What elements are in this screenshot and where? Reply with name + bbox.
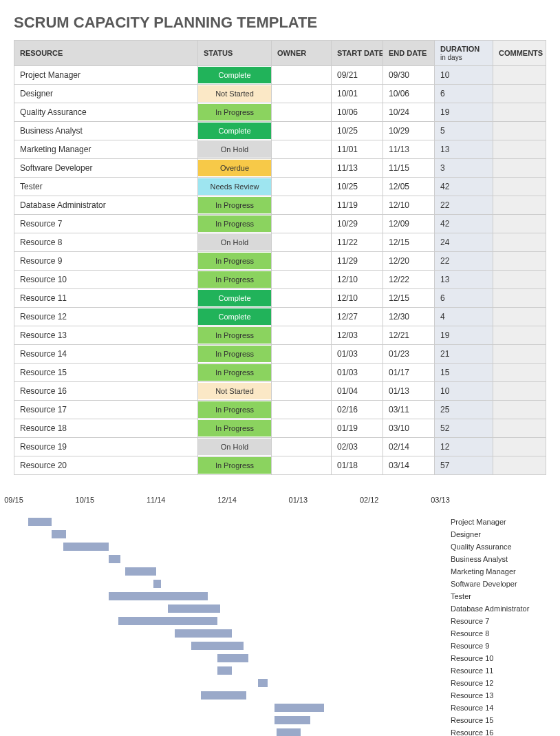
cell-resource[interactable]: Software Developer bbox=[14, 159, 198, 178]
cell-end-date[interactable]: 10/29 bbox=[383, 122, 435, 140]
cell-owner[interactable] bbox=[272, 271, 332, 289]
cell-comments[interactable] bbox=[493, 456, 546, 475]
cell-end-date[interactable]: 10/06 bbox=[383, 85, 435, 103]
cell-status[interactable]: In Progress bbox=[198, 271, 272, 289]
cell-comments[interactable] bbox=[493, 326, 546, 345]
cell-duration[interactable]: 4 bbox=[435, 308, 493, 326]
cell-end-date[interactable]: 03/11 bbox=[383, 401, 435, 419]
cell-status[interactable]: Needs Review bbox=[198, 178, 272, 196]
cell-comments[interactable] bbox=[493, 178, 546, 196]
cell-duration[interactable]: 3 bbox=[435, 159, 493, 178]
cell-comments[interactable] bbox=[493, 289, 546, 308]
cell-owner[interactable] bbox=[272, 122, 332, 140]
cell-start-date[interactable]: 10/06 bbox=[332, 103, 383, 122]
cell-resource[interactable]: Resource 12 bbox=[14, 308, 198, 326]
cell-end-date[interactable]: 12/05 bbox=[383, 178, 435, 196]
cell-start-date[interactable]: 02/16 bbox=[332, 401, 383, 419]
cell-start-date[interactable]: 11/22 bbox=[332, 233, 383, 252]
cell-start-date[interactable]: 11/01 bbox=[332, 140, 383, 159]
cell-owner[interactable] bbox=[272, 103, 332, 122]
cell-resource[interactable]: Business Analyst bbox=[14, 122, 198, 140]
cell-status[interactable]: On Hold bbox=[198, 140, 272, 159]
cell-comments[interactable] bbox=[493, 345, 546, 364]
cell-duration[interactable]: 5 bbox=[435, 122, 493, 140]
cell-comments[interactable] bbox=[493, 364, 546, 382]
cell-start-date[interactable]: 11/13 bbox=[332, 159, 383, 178]
cell-start-date[interactable]: 12/10 bbox=[332, 271, 383, 289]
cell-end-date[interactable]: 12/22 bbox=[383, 271, 435, 289]
cell-comments[interactable] bbox=[493, 438, 546, 456]
cell-owner[interactable] bbox=[272, 85, 332, 103]
cell-owner[interactable] bbox=[272, 140, 332, 159]
cell-owner[interactable] bbox=[272, 252, 332, 271]
cell-start-date[interactable]: 01/18 bbox=[332, 456, 383, 475]
cell-owner[interactable] bbox=[272, 196, 332, 215]
cell-comments[interactable] bbox=[493, 382, 546, 401]
cell-resource[interactable]: Resource 16 bbox=[14, 382, 198, 401]
cell-owner[interactable] bbox=[272, 382, 332, 401]
cell-status[interactable]: In Progress bbox=[198, 252, 272, 271]
cell-start-date[interactable]: 11/29 bbox=[332, 252, 383, 271]
cell-duration[interactable]: 19 bbox=[435, 103, 493, 122]
cell-comments[interactable] bbox=[493, 140, 546, 159]
cell-start-date[interactable]: 09/21 bbox=[332, 66, 383, 85]
cell-status[interactable]: Complete bbox=[198, 308, 272, 326]
cell-duration[interactable]: 24 bbox=[435, 233, 493, 252]
cell-end-date[interactable]: 10/24 bbox=[383, 103, 435, 122]
cell-comments[interactable] bbox=[493, 252, 546, 271]
cell-owner[interactable] bbox=[272, 419, 332, 438]
cell-owner[interactable] bbox=[272, 289, 332, 308]
cell-resource[interactable]: Resource 7 bbox=[14, 215, 198, 233]
cell-status[interactable]: Overdue bbox=[198, 159, 272, 178]
cell-resource[interactable]: Project Manager bbox=[14, 66, 198, 85]
cell-status[interactable]: On Hold bbox=[198, 233, 272, 252]
cell-owner[interactable] bbox=[272, 345, 332, 364]
cell-status[interactable]: In Progress bbox=[198, 456, 272, 475]
cell-end-date[interactable]: 12/15 bbox=[383, 233, 435, 252]
cell-status[interactable]: Complete bbox=[198, 289, 272, 308]
cell-status[interactable]: Not Started bbox=[198, 85, 272, 103]
cell-resource[interactable]: Resource 15 bbox=[14, 364, 198, 382]
cell-start-date[interactable]: 01/19 bbox=[332, 419, 383, 438]
cell-end-date[interactable]: 12/30 bbox=[383, 308, 435, 326]
cell-duration[interactable]: 6 bbox=[435, 289, 493, 308]
cell-resource[interactable]: Resource 10 bbox=[14, 271, 198, 289]
cell-end-date[interactable]: 02/14 bbox=[383, 438, 435, 456]
cell-status[interactable]: In Progress bbox=[198, 196, 272, 215]
cell-start-date[interactable]: 02/03 bbox=[332, 438, 383, 456]
cell-resource[interactable]: Resource 9 bbox=[14, 252, 198, 271]
cell-resource[interactable]: Database Administrator bbox=[14, 196, 198, 215]
cell-owner[interactable] bbox=[272, 233, 332, 252]
cell-start-date[interactable]: 10/25 bbox=[332, 122, 383, 140]
cell-duration[interactable]: 57 bbox=[435, 456, 493, 475]
cell-duration[interactable]: 42 bbox=[435, 178, 493, 196]
cell-comments[interactable] bbox=[493, 419, 546, 438]
cell-end-date[interactable]: 01/23 bbox=[383, 345, 435, 364]
cell-start-date[interactable]: 10/29 bbox=[332, 215, 383, 233]
cell-duration[interactable]: 52 bbox=[435, 419, 493, 438]
cell-end-date[interactable]: 11/15 bbox=[383, 159, 435, 178]
cell-end-date[interactable]: 12/21 bbox=[383, 326, 435, 345]
cell-owner[interactable] bbox=[272, 364, 332, 382]
cell-resource[interactable]: Designer bbox=[14, 85, 198, 103]
cell-owner[interactable] bbox=[272, 178, 332, 196]
cell-comments[interactable] bbox=[493, 215, 546, 233]
cell-comments[interactable] bbox=[493, 122, 546, 140]
cell-status[interactable]: In Progress bbox=[198, 401, 272, 419]
cell-comments[interactable] bbox=[493, 85, 546, 103]
cell-comments[interactable] bbox=[493, 66, 546, 85]
cell-comments[interactable] bbox=[493, 196, 546, 215]
cell-end-date[interactable]: 09/30 bbox=[383, 66, 435, 85]
cell-status[interactable]: In Progress bbox=[198, 345, 272, 364]
cell-duration[interactable]: 13 bbox=[435, 271, 493, 289]
cell-resource[interactable]: Resource 17 bbox=[14, 401, 198, 419]
cell-resource[interactable]: Quality Assurance bbox=[14, 103, 198, 122]
cell-status[interactable]: In Progress bbox=[198, 326, 272, 345]
cell-status[interactable]: In Progress bbox=[198, 419, 272, 438]
cell-start-date[interactable]: 01/03 bbox=[332, 364, 383, 382]
cell-resource[interactable]: Tester bbox=[14, 178, 198, 196]
cell-start-date[interactable]: 01/03 bbox=[332, 345, 383, 364]
cell-status[interactable]: Complete bbox=[198, 66, 272, 85]
cell-owner[interactable] bbox=[272, 326, 332, 345]
cell-end-date[interactable]: 01/17 bbox=[383, 364, 435, 382]
